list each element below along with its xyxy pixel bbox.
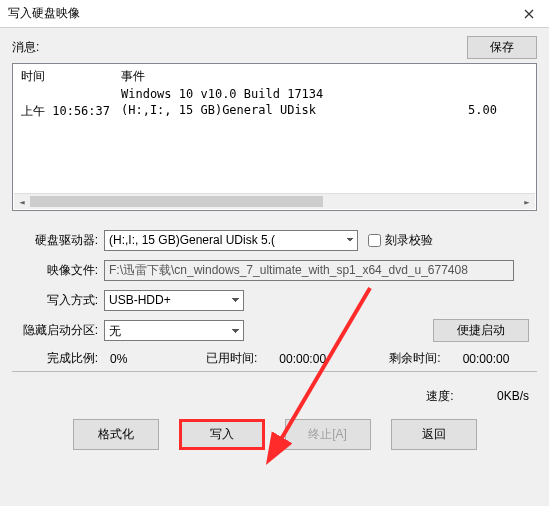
speed-value: 0KB/s [497, 389, 529, 403]
elapsed-value: 00:00:00 [279, 352, 359, 366]
back-button[interactable]: 返回 [391, 419, 477, 450]
method-label: 写入方式: [12, 292, 104, 309]
log-row: Windows 10 v10.0 Build 17134 [21, 87, 528, 101]
dialog-content: 消息: 保存 时间 事件 Windows 10 v10.0 Build 1713… [0, 28, 549, 506]
log-event: Windows 10 v10.0 Build 17134 [121, 87, 468, 101]
log-event: (H:,I:, 15 GB)General UDisk [121, 103, 468, 120]
hidden-boot-select[interactable]: 无 [104, 320, 244, 341]
log-scrollbar-horizontal[interactable]: ◄ ► [14, 193, 535, 209]
log-extra: 5.00 [468, 103, 528, 120]
close-icon [524, 9, 534, 19]
format-button[interactable]: 格式化 [73, 419, 159, 450]
scroll-right-icon[interactable]: ► [519, 194, 535, 209]
log-col-time: 时间 [21, 68, 121, 85]
message-label: 消息: [12, 39, 467, 56]
scroll-track[interactable] [30, 194, 519, 209]
quick-boot-button[interactable]: 便捷启动 [433, 319, 529, 342]
image-label: 映像文件: [12, 262, 104, 279]
image-file-input[interactable] [104, 260, 514, 281]
save-button[interactable]: 保存 [467, 36, 537, 59]
log-header: 时间 事件 [21, 68, 528, 85]
percent-value: 0% [110, 352, 200, 366]
write-button[interactable]: 写入 [179, 419, 265, 450]
scroll-thumb[interactable] [30, 196, 323, 207]
speed-label: 速度: [426, 389, 453, 403]
action-buttons: 格式化 写入 终止[A] 返回 [12, 419, 537, 450]
log-time [21, 87, 121, 101]
abort-button[interactable]: 终止[A] [285, 419, 371, 450]
percent-label: 完成比例: [12, 350, 104, 367]
drive-label: 硬盘驱动器: [12, 232, 104, 249]
log-row: 上午 10:56:37 (H:,I:, 15 GB)General UDisk … [21, 103, 528, 120]
scroll-left-icon[interactable]: ◄ [14, 194, 30, 209]
elapsed-label: 已用时间: [206, 350, 257, 367]
form-area: 硬盘驱动器: (H:,I:, 15 GB)General UDisk 5.( 刻… [12, 229, 537, 450]
close-button[interactable] [509, 0, 549, 28]
log-panel: 时间 事件 Windows 10 v10.0 Build 17134 上午 10… [12, 63, 537, 211]
verify-label: 刻录校验 [385, 232, 433, 249]
window-title: 写入硬盘映像 [8, 5, 509, 22]
write-method-select[interactable]: USB-HDD+ [104, 290, 244, 311]
remain-value: 00:00:00 [463, 352, 510, 366]
log-time: 上午 10:56:37 [21, 103, 121, 120]
separator [12, 371, 537, 372]
verify-checkbox[interactable] [368, 234, 381, 247]
log-extra [468, 87, 528, 101]
hidden-label: 隐藏启动分区: [12, 322, 104, 339]
title-bar: 写入硬盘映像 [0, 0, 549, 28]
verify-checkbox-wrapper[interactable]: 刻录校验 [368, 232, 433, 249]
drive-select[interactable]: (H:,I:, 15 GB)General UDisk 5.( [104, 230, 358, 251]
remain-label: 剩余时间: [389, 350, 440, 367]
log-col-event: 事件 [121, 68, 145, 85]
